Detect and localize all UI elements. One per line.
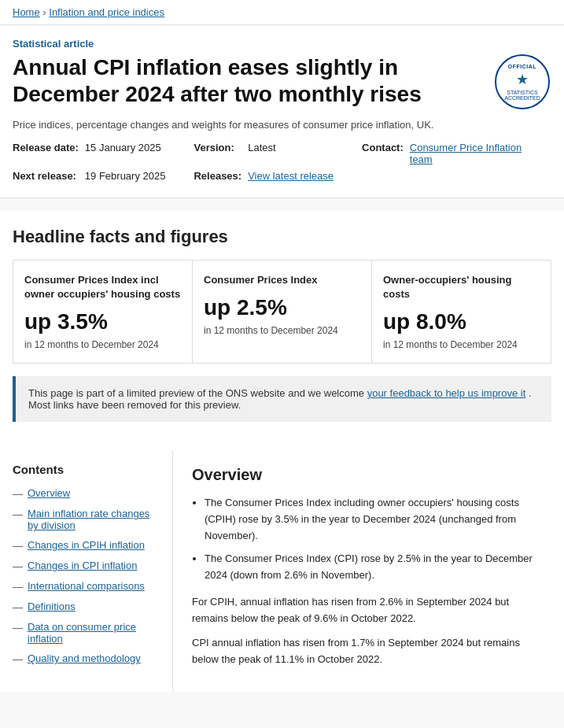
page-title: Annual CPI inflation eases slightly in D… <box>13 54 469 107</box>
sidebar-link-quality[interactable]: Quality and methodology <box>28 652 141 664</box>
contents-title: Contents <box>13 463 160 476</box>
overview-bullet-1: The Consumer Prices Index including owne… <box>205 495 548 544</box>
card-cpi: Consumer Prices Index up 2.5% in 12 mont… <box>193 261 372 363</box>
preview-banner: This page is part of a limited preview o… <box>13 376 551 422</box>
dash-icon: — <box>13 581 23 593</box>
card-cpih-value: up 3.5% <box>24 309 181 334</box>
overview-bullets: The Consumer Prices Index including owne… <box>205 495 548 583</box>
overview-para-1: For CPIH, annual inflation has risen fro… <box>192 594 548 627</box>
cards-row: Consumer Prices Index incl owner occupie… <box>13 260 551 364</box>
card-cpi-desc: in 12 months to December 2024 <box>204 325 360 336</box>
card-cpi-title: Consumer Prices Index <box>204 273 360 287</box>
overview-bullet-2: The Consumer Prices Index (CPI) rose by … <box>205 551 548 584</box>
releases-link-wrap: View latest release <box>248 170 349 182</box>
sidebar-item-definitions[interactable]: — Definitions <box>13 601 160 613</box>
preview-text-before: This page is part of a limited preview o… <box>28 387 367 399</box>
header-section: Statistical article Annual CPI inflation… <box>0 25 564 198</box>
sidebar-link-main-inflation[interactable]: Main inflation rate changes by division <box>28 508 160 531</box>
version-label: Version: <box>181 142 248 153</box>
headline-title: Headline facts and figures <box>13 227 551 247</box>
release-date-value: 15 January 2025 <box>85 142 182 153</box>
statistical-label: Statistical article <box>13 38 551 50</box>
sidebar-link-data[interactable]: Data on consumer price inflation <box>28 621 160 645</box>
card-owner-desc: in 12 months to December 2024 <box>383 339 540 350</box>
subtitle: Price indices, percentage changes and we… <box>13 119 551 131</box>
dash-icon: — <box>13 488 23 500</box>
releases-link[interactable]: View latest release <box>248 170 334 182</box>
sidebar-link-cpih[interactable]: Changes in CPIH inflation <box>28 539 145 551</box>
contact-label: Contact: <box>349 142 410 153</box>
breadcrumb: Home › Inflation and price indices <box>0 0 564 25</box>
breadcrumb-home[interactable]: Home <box>13 6 40 18</box>
headline-section: Headline facts and figures Consumer Pric… <box>0 211 564 450</box>
dash-icon: — <box>13 601 23 613</box>
sidebar-link-definitions[interactable]: Definitions <box>28 601 76 612</box>
next-release-label: Next release: <box>13 170 85 182</box>
card-cpih: Consumer Prices Index incl owner occupie… <box>13 261 193 363</box>
dash-icon: — <box>13 560 23 572</box>
dash-icon: — <box>13 508 23 520</box>
dash-icon: — <box>13 653 23 665</box>
card-cpi-value: up 2.5% <box>204 295 360 320</box>
contact-link[interactable]: Consumer Price Inflation team <box>410 142 522 165</box>
card-cpih-title: Consumer Prices Index incl owner occupie… <box>24 273 181 301</box>
card-owner-title: Owner-occupiers' housing costs <box>383 273 540 301</box>
card-cpih-desc: in 12 months to December 2024 <box>24 339 181 350</box>
releases-label: Releases: <box>181 170 248 182</box>
sidebar-item-cpi[interactable]: — Changes in CPI inflation <box>13 560 160 572</box>
sidebar-item-main-inflation[interactable]: — Main inflation rate changes by divisio… <box>13 508 160 531</box>
sidebar-item-cpih[interactable]: — Changes in CPIH inflation <box>13 539 160 552</box>
official-badge: OFFICIAL ★ STATISTICSAccredited <box>495 54 551 111</box>
next-release-date: 19 February 2025 <box>85 170 182 182</box>
sidebar-item-international[interactable]: — International comparisons <box>13 580 160 593</box>
overview-para-2: CPI annual inflation has risen from 1.7%… <box>192 635 548 668</box>
version-value: Latest <box>248 142 349 153</box>
content-area: Overview The Consumer Prices Index inclu… <box>173 450 564 691</box>
main-layout: Contents — Overview — Main inflation rat… <box>0 450 564 691</box>
breadcrumb-section[interactable]: Inflation and price indices <box>49 6 164 18</box>
release-date-label: Release date: <box>13 142 85 153</box>
badge-icon: ★ <box>516 71 529 88</box>
sidebar-item-quality[interactable]: — Quality and methodology <box>13 652 160 665</box>
sidebar-item-data[interactable]: — Data on consumer price inflation <box>13 621 160 645</box>
sidebar-link-cpi[interactable]: Changes in CPI inflation <box>28 560 137 571</box>
sidebar: Contents — Overview — Main inflation rat… <box>0 450 173 691</box>
sidebar-link-overview[interactable]: Overview <box>28 487 70 499</box>
preview-feedback-link[interactable]: your feedback to help us improve it <box>367 387 526 399</box>
sidebar-item-overview[interactable]: — Overview <box>13 487 160 500</box>
dash-icon: — <box>13 622 23 634</box>
card-owner-value: up 8.0% <box>383 309 540 334</box>
card-owner: Owner-occupiers' housing costs up 8.0% i… <box>372 261 551 363</box>
sidebar-link-international[interactable]: International comparisons <box>28 580 145 592</box>
overview-title: Overview <box>192 466 548 484</box>
dash-icon: — <box>13 540 23 552</box>
contact-link-wrap: Consumer Price Inflation team <box>410 142 551 165</box>
